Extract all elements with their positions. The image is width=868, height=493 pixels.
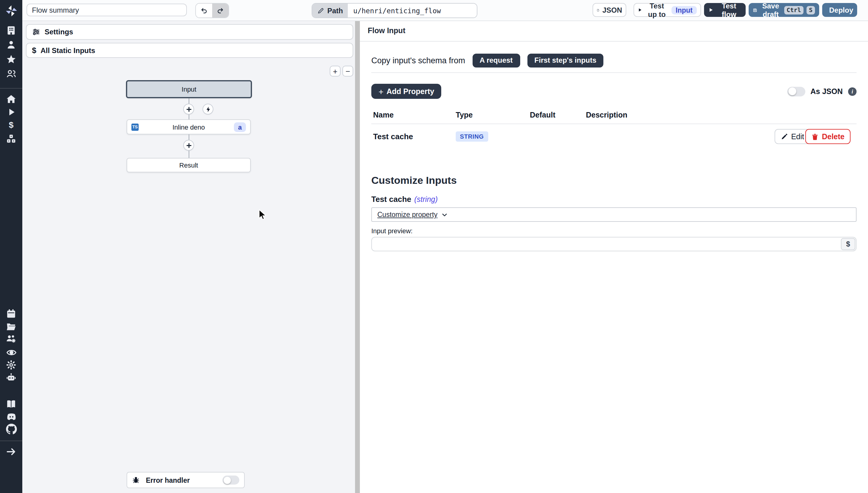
copy-schema-label: Copy input's schema from — [371, 56, 465, 65]
flow-node-input[interactable]: Input — [126, 80, 252, 98]
error-handler-toggle[interactable] — [222, 475, 239, 485]
runs-play-icon[interactable] — [0, 107, 22, 117]
bug-icon — [132, 476, 140, 484]
audit-eye-icon[interactable] — [0, 347, 22, 358]
insert-step-button[interactable] — [183, 104, 194, 114]
flow-edge — [189, 151, 189, 158]
resources-cubes-icon[interactable] — [0, 134, 22, 144]
docs-book-icon[interactable] — [0, 399, 22, 409]
test-up-to-button[interactable]: Test up to Input — [633, 3, 701, 17]
test-up-to-target-badge[interactable]: Input — [672, 6, 697, 14]
flow-graph-pane: Settings $ All Static Inputs + − Input T… — [22, 21, 355, 493]
flow-node-step[interactable]: TS Inline deno a — [127, 119, 251, 134]
typescript-icon: TS — [131, 123, 139, 130]
pane-title: Flow Input — [360, 21, 868, 35]
insert-step-button[interactable] — [183, 140, 194, 151]
dollar-icon: $ — [32, 46, 36, 55]
toggle-knob — [788, 87, 796, 95]
test-flow-button[interactable]: Test flow — [704, 3, 746, 17]
kbd-ctrl: Ctrl — [784, 6, 803, 14]
workers-group-icon[interactable] — [0, 334, 22, 344]
col-type: Type — [456, 111, 530, 119]
sidebar-divider — [0, 441, 22, 441]
undo-button[interactable] — [196, 4, 212, 18]
favorites-star-icon[interactable] — [0, 54, 22, 64]
input-preview-field-wrap: $ — [371, 237, 856, 251]
sidebar-divider — [0, 88, 22, 89]
copy-schema-request-button[interactable]: A request — [472, 53, 520, 67]
edit-property-button[interactable]: Edit — [775, 129, 810, 144]
path-field-group: Path — [312, 3, 477, 18]
undo-redo-group — [195, 3, 229, 18]
pencil-icon — [781, 133, 788, 140]
plus-icon — [186, 142, 192, 149]
col-description: Description — [586, 111, 856, 119]
schema-table-header: Name Type Default Description — [371, 111, 856, 119]
property-name: Test cache — [373, 132, 456, 141]
property-label: Test cache(string) — [371, 195, 856, 204]
ai-bot-icon[interactable] — [0, 372, 22, 383]
property-name: Test cache — [371, 195, 411, 204]
toggle-knob — [224, 476, 231, 484]
error-handler-node[interactable]: Error handler — [127, 472, 245, 488]
discord-icon[interactable] — [0, 412, 22, 423]
home-icon[interactable] — [0, 94, 22, 104]
copy-schema-row: Copy input's schema from A request First… — [371, 53, 856, 67]
flow-node-result[interactable]: Result — [127, 158, 251, 172]
path-input[interactable] — [348, 4, 477, 18]
all-static-inputs-button[interactable]: $ All Static Inputs — [26, 43, 353, 58]
step-id-badge: a — [234, 122, 246, 132]
copy-schema-first-step-button[interactable]: First step's inputs — [527, 53, 604, 67]
customize-property-box: Customize property — [371, 207, 856, 222]
chevron-down-icon[interactable] — [441, 211, 448, 218]
customize-property-link[interactable]: Customize property — [377, 211, 437, 218]
customize-inputs-title: Customize Inputs — [371, 175, 856, 187]
user-icon[interactable] — [0, 40, 22, 50]
play-icon — [708, 7, 714, 13]
mouse-cursor — [259, 209, 267, 221]
zoom-in-button[interactable]: + — [330, 66, 341, 77]
flow-summary-input[interactable] — [26, 4, 187, 16]
insert-variable-dollar-button[interactable]: $ — [841, 238, 855, 250]
redo-button[interactable] — [212, 4, 229, 18]
property-type-badge: STRING — [456, 131, 488, 142]
col-default: Default — [530, 111, 586, 119]
pane-splitter[interactable] — [355, 21, 360, 493]
json-file-icon — [597, 6, 600, 14]
flow-settings-button[interactable]: Settings — [26, 24, 353, 40]
json-button[interactable]: JSON — [592, 3, 626, 17]
deploy-button[interactable]: Deploy — [822, 3, 857, 17]
settings-gear-icon[interactable] — [0, 360, 22, 370]
plus-icon — [186, 106, 192, 112]
play-icon — [638, 7, 642, 13]
delete-property-button[interactable]: Delete — [806, 129, 850, 144]
folders-icon[interactable] — [0, 321, 22, 331]
input-preview-field[interactable] — [371, 237, 856, 251]
windmill-logo-icon[interactable] — [0, 4, 22, 18]
groups-icon[interactable] — [0, 69, 22, 79]
col-name: Name — [373, 111, 456, 119]
app-sidebar: $ — [0, 0, 22, 493]
path-label[interactable]: Path — [312, 4, 348, 18]
kbd-s: S — [806, 6, 815, 14]
trigger-bolt-button[interactable] — [202, 104, 213, 114]
save-draft-button[interactable]: Save draft Ctrl S — [748, 3, 819, 17]
topbar: Path JSON Test up to Input Test flow Sav… — [22, 0, 868, 21]
add-property-button[interactable]: + Add Property — [371, 84, 441, 99]
schedules-calendar-icon[interactable] — [0, 308, 22, 319]
sliders-icon — [32, 28, 40, 36]
input-preview-label: Input preview: — [371, 227, 856, 234]
flow-input-pane: Flow Input Copy input's schema from A re… — [360, 21, 868, 493]
as-json-toggle[interactable] — [787, 86, 805, 96]
zoom-out-button[interactable]: − — [342, 66, 353, 77]
add-property-row: + Add Property As JSON i — [371, 84, 856, 99]
github-icon[interactable] — [0, 424, 22, 434]
as-json-label: As JSON — [810, 87, 843, 95]
info-icon[interactable]: i — [848, 87, 856, 95]
redo-icon — [216, 7, 224, 15]
variables-dollar-icon[interactable]: $ — [0, 121, 22, 130]
workspace-icon[interactable] — [0, 25, 22, 36]
collapse-arrow-icon[interactable] — [0, 447, 22, 457]
divider — [371, 124, 856, 124]
windmill-flow-editor: $ — [0, 0, 868, 493]
